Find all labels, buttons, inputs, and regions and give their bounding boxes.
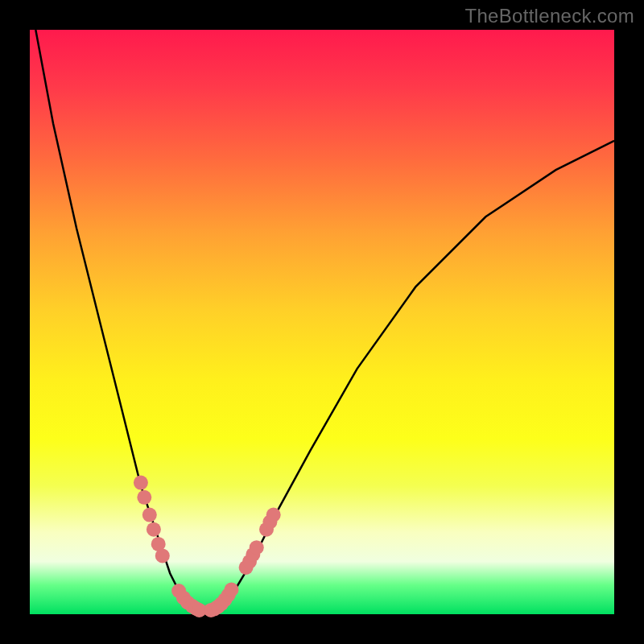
chart-frame: TheBottleneck.com [0, 0, 644, 644]
plot-area [30, 30, 614, 614]
watermark-text: TheBottleneck.com [464, 5, 634, 27]
